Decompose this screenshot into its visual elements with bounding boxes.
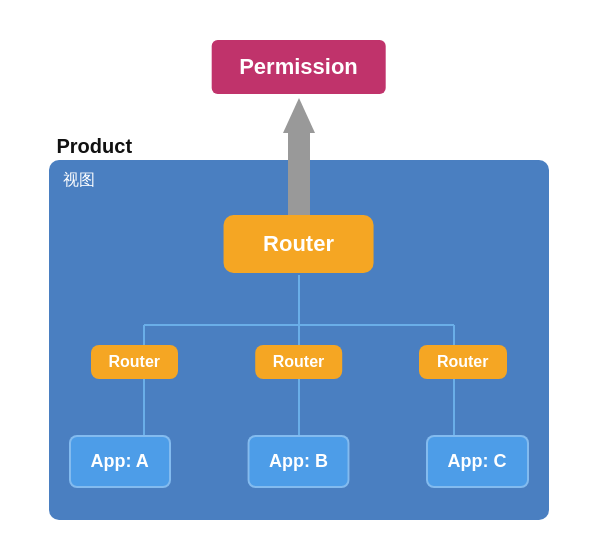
view-label: 视图	[63, 170, 95, 191]
sub-router-right: Router	[419, 345, 507, 379]
product-label: Product	[57, 135, 133, 158]
svg-marker-1	[283, 98, 315, 133]
svg-rect-0	[288, 133, 310, 215]
app-b-box: App: B	[247, 435, 350, 488]
main-router-box: Router	[223, 215, 374, 273]
diagram-wrapper: Permission Product 视图 Router Router Rout…	[39, 30, 559, 530]
app-c-box: App: C	[426, 435, 529, 488]
app-a-box: App: A	[69, 435, 171, 488]
sub-router-center: Router	[255, 345, 343, 379]
permission-box: Permission	[211, 40, 386, 94]
sub-router-left: Router	[91, 345, 179, 379]
